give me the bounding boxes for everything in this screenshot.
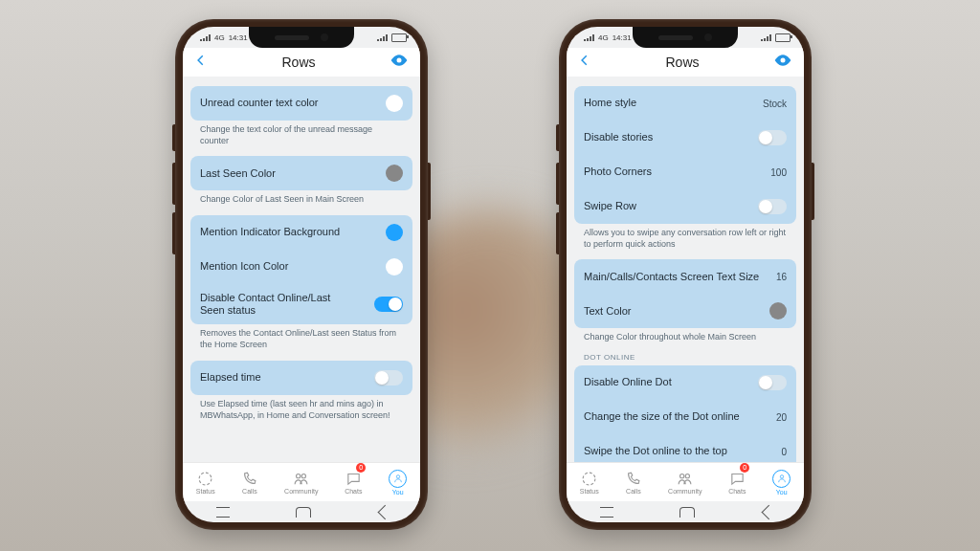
preview-eye-icon[interactable]: [390, 54, 409, 71]
color-swatch-white[interactable]: [386, 95, 403, 112]
system-nav: [567, 501, 804, 522]
recent-apps-icon[interactable]: [600, 507, 613, 518]
tab-calls[interactable]: Calls: [241, 471, 257, 495]
chats-badge: 0: [356, 463, 366, 473]
row-disable-stories[interactable]: Disable stories: [574, 121, 796, 155]
content-area-left[interactable]: Unread counter text color Change the tex…: [183, 77, 420, 463]
row-dot-size[interactable]: Change the size of the Dot online 20: [574, 400, 796, 434]
back-icon[interactable]: [377, 504, 392, 519]
group-mention: Mention Indicator Background Mention Ico…: [190, 215, 412, 324]
clock: 14:31: [612, 33, 632, 42]
desc-swipe-row: Allows you to swipe any conversation row…: [574, 224, 796, 250]
tab-chats[interactable]: 0Chats: [345, 471, 362, 495]
row-label: Swipe Row: [584, 200, 636, 212]
svg-point-3: [301, 474, 305, 477]
color-swatch-grey[interactable]: [386, 165, 403, 182]
svg-point-6: [583, 473, 595, 485]
row-label: Disable Online Dot: [584, 376, 672, 388]
avatar-icon: [772, 470, 791, 488]
svg-point-5: [780, 58, 785, 63]
row-label: Swipe the Dot online to the top: [584, 445, 727, 457]
desc-mention: Removes the Contact Online/Last seen Sta…: [190, 324, 412, 350]
svg-point-1: [199, 473, 212, 485]
color-swatch-white[interactable]: [386, 258, 403, 276]
desc-unread-counter: Change the text color of the unread mess…: [190, 121, 412, 146]
color-swatch-blue[interactable]: [386, 224, 403, 241]
tab-community[interactable]: Community: [668, 471, 702, 495]
row-value: 100: [770, 167, 787, 178]
section-dot-online: DOT ONLINE: [574, 343, 796, 364]
group-dot-online: Disable Online Dot Change the size of th…: [574, 365, 796, 463]
tab-chats[interactable]: 0Chats: [728, 471, 746, 495]
row-last-seen-color[interactable]: Last Seen Color: [190, 156, 412, 190]
row-value: 16: [776, 272, 787, 282]
row-label: Last Seen Color: [200, 167, 276, 180]
back-button[interactable]: [194, 54, 208, 71]
row-home-style[interactable]: Home style Stock: [574, 86, 796, 121]
group-elapsed: Elapsed time: [190, 361, 412, 395]
chats-badge: 0: [740, 463, 749, 473]
row-disable-online[interactable]: Disable Contact Online/Last Seen status: [190, 284, 412, 324]
home-icon[interactable]: [296, 507, 311, 518]
group-last-seen: Last Seen Color: [190, 156, 412, 190]
page-title: Rows: [665, 55, 699, 70]
row-text-size[interactable]: Main/Calls/Contacts Screen Text Size 16: [574, 259, 796, 294]
battery-icon: [391, 33, 407, 42]
svg-point-8: [685, 474, 689, 477]
bottom-tabbar: Status Calls Community 0Chats You: [183, 462, 420, 501]
row-dot-swipe-top[interactable]: Swipe the Dot online to the top 0: [574, 434, 796, 463]
tab-status[interactable]: Status: [196, 471, 215, 495]
home-icon[interactable]: [679, 507, 695, 518]
row-mention-icon[interactable]: Mention Icon Color: [190, 250, 412, 284]
tab-calls[interactable]: Calls: [625, 471, 641, 495]
content-area-right[interactable]: Home style Stock Disable stories Photo C…: [567, 77, 804, 463]
battery-icon: [775, 33, 791, 42]
desc-text-color: Change Color throughout whole Main Scree…: [574, 328, 796, 343]
tab-you[interactable]: You: [772, 470, 791, 496]
row-swipe-row[interactable]: Swipe Row: [574, 189, 796, 224]
row-photo-corners[interactable]: Photo Corners 100: [574, 155, 796, 189]
toggle-disable-stories[interactable]: [758, 130, 787, 145]
net-indicator: 4G: [598, 33, 609, 42]
screen-left: 4G14:31 Rows Unread counter text color C…: [183, 27, 420, 522]
row-label: Photo Corners: [584, 165, 652, 178]
svg-point-7: [680, 474, 684, 477]
toggle-swipe-row[interactable]: [758, 199, 787, 214]
bottom-tabbar: Status Calls Community 0Chats You: [567, 462, 804, 501]
row-text-color[interactable]: Text Color: [574, 294, 796, 328]
back-button[interactable]: [578, 54, 591, 71]
phone-right: 4G14:31 Rows Home style Stock Disable st…: [559, 19, 812, 530]
row-value: Stock: [763, 99, 787, 109]
tab-you[interactable]: You: [389, 470, 407, 496]
svg-point-2: [297, 474, 301, 477]
row-label: Text Color: [584, 305, 632, 318]
preview-eye-icon[interactable]: [773, 54, 792, 71]
row-label: Mention Icon Color: [200, 260, 288, 273]
row-label: Mention Indicator Background: [200, 226, 340, 238]
header-bar: Rows: [183, 48, 420, 77]
recent-apps-icon[interactable]: [216, 507, 230, 518]
row-disable-dot[interactable]: Disable Online Dot: [574, 365, 796, 400]
toggle-disable-dot[interactable]: [758, 375, 787, 390]
color-swatch-grey[interactable]: [769, 302, 787, 320]
row-value: 20: [776, 412, 787, 423]
notch: [249, 27, 354, 48]
phone-left: 4G14:31 Rows Unread counter text color C…: [175, 19, 428, 530]
tab-community[interactable]: Community: [284, 471, 318, 495]
tab-status[interactable]: Status: [580, 471, 599, 495]
screen-right: 4G14:31 Rows Home style Stock Disable st…: [567, 27, 804, 522]
system-nav: [183, 501, 420, 522]
row-mention-bg[interactable]: Mention Indicator Background: [190, 215, 412, 250]
group-unread-counter: Unread counter text color: [190, 86, 412, 121]
row-label: Disable stories: [584, 131, 653, 143]
row-unread-counter-color[interactable]: Unread counter text color: [190, 86, 412, 121]
toggle-disable-online[interactable]: [374, 297, 403, 312]
group-home: Home style Stock Disable stories Photo C…: [574, 86, 796, 224]
svg-point-0: [396, 58, 401, 63]
toggle-elapsed[interactable]: [374, 370, 403, 386]
back-icon[interactable]: [761, 504, 776, 519]
svg-point-9: [780, 475, 783, 478]
row-label: Home style: [584, 97, 636, 109]
desc-elapsed: Use Elapsed time (last seen hr and mins …: [190, 395, 412, 421]
row-elapsed-time[interactable]: Elapsed time: [190, 361, 412, 395]
